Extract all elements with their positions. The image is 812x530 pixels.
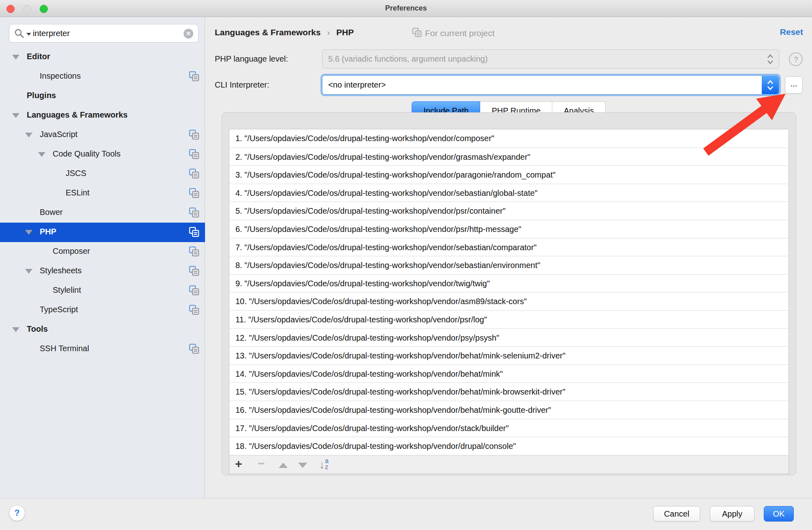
- apply-button[interactable]: Apply: [710, 506, 754, 521]
- include-path-row[interactable]: 8. "/Users/opdavies/Code/os/drupal-testi…: [229, 256, 788, 274]
- include-path-row[interactable]: 18. "/Users/opdavies/Code/os/drupal-test…: [229, 437, 788, 455]
- sidebar-tree-item[interactable]: Stylesheets: [0, 262, 205, 281]
- cancel-button[interactable]: Cancel: [653, 506, 700, 521]
- project-override-icon: [189, 343, 199, 354]
- sidebar-tree-item[interactable]: Code Quality Tools: [0, 145, 205, 164]
- sidebar-tree-item[interactable]: Stylelint: [0, 281, 205, 300]
- project-override-icon: [189, 168, 199, 179]
- tree-item-label: Languages & Frameworks: [27, 110, 128, 120]
- include-path-row[interactable]: 15. "/Users/opdavies/Code/os/drupal-test…: [229, 382, 788, 401]
- cli-interpreter-label: CLI Interpreter:: [215, 80, 269, 90]
- browse-interpreters-button[interactable]: ...: [785, 76, 803, 94]
- include-path-row[interactable]: 3. "/Users/opdavies/Code/os/drupal-testi…: [229, 165, 788, 184]
- sidebar-tree-item[interactable]: Tools: [0, 320, 205, 339]
- include-path-row[interactable]: 17. "/Users/opdavies/Code/os/drupal-test…: [229, 419, 788, 437]
- expander-triangle-icon[interactable]: [38, 152, 45, 157]
- include-path-row[interactable]: 11. "/Users/opdavies/Code/os/drupal-test…: [229, 310, 788, 328]
- expander-triangle-icon[interactable]: [25, 230, 32, 235]
- tree-item-label: SSH Terminal: [40, 344, 89, 353]
- breadcrumb: Languages & Frameworks › PHP: [215, 28, 354, 37]
- project-override-icon: [189, 129, 199, 140]
- project-override-icon: [189, 285, 199, 296]
- language-level-combobox[interactable]: 5.6 (variadic functions, argument unpack…: [322, 49, 779, 69]
- tree-item-label: Inspections: [40, 71, 81, 81]
- project-override-icon: [189, 227, 199, 237]
- project-override-icon: [189, 266, 199, 276]
- expander-triangle-icon[interactable]: [12, 327, 19, 332]
- add-path-button[interactable]: +: [235, 455, 242, 474]
- clear-search-icon[interactable]: ✕: [184, 29, 193, 39]
- breadcrumb-parent: Languages & Frameworks: [215, 28, 321, 37]
- tree-item-label: Stylelint: [53, 285, 81, 295]
- tree-item-label: Bower: [40, 208, 63, 217]
- sidebar-tree-item[interactable]: Languages & Frameworks: [0, 106, 205, 125]
- sidebar-tree-item[interactable]: ESLint: [0, 184, 205, 203]
- include-path-row[interactable]: 4. "/Users/opdavies/Code/os/drupal-testi…: [229, 184, 788, 202]
- settings-search-field[interactable]: ✕: [9, 24, 199, 43]
- sidebar-tree-item[interactable]: JavaScript: [0, 125, 205, 145]
- scope-indicator: For current project: [412, 26, 495, 38]
- sidebar-tree-item[interactable]: Inspections: [0, 67, 205, 86]
- project-override-icon: [189, 246, 199, 257]
- remove-path-button[interactable]: −: [258, 455, 265, 474]
- ok-button[interactable]: OK: [764, 506, 794, 521]
- preferences-window: Preferences ✕ Editor Inspections: [0, 0, 812, 530]
- move-down-button[interactable]: [298, 463, 307, 468]
- include-path-row[interactable]: 16. "/Users/opdavies/Code/os/drupal-test…: [229, 401, 788, 419]
- help-button[interactable]: ?: [9, 505, 25, 521]
- include-path-row[interactable]: 13. "/Users/opdavies/Code/os/drupal-test…: [229, 346, 788, 365]
- project-override-icon: [189, 149, 199, 159]
- breadcrumb-separator: ›: [323, 28, 334, 37]
- sidebar-tree-item[interactable]: TypeScript: [0, 300, 205, 320]
- expander-triangle-icon[interactable]: [12, 113, 19, 118]
- reset-link[interactable]: Reset: [780, 27, 803, 37]
- sidebar-tree-item[interactable]: SSH Terminal: [0, 339, 205, 359]
- sidebar-tree-item[interactable]: Composer: [0, 242, 205, 262]
- include-path-row[interactable]: 5. "/Users/opdavies/Code/os/drupal-testi…: [229, 202, 788, 220]
- tree-item-label: TypeScript: [40, 305, 78, 314]
- include-path-panel: 1. "/Users/opdavies/Code/os/drupal-testi…: [222, 112, 796, 475]
- window-title: Preferences: [0, 4, 812, 13]
- search-input[interactable]: [33, 25, 175, 42]
- language-level-value: 5.6 (variadic functions, argument unpack…: [328, 54, 488, 63]
- settings-tree: Editor Inspections Plugins Languages & F…: [0, 47, 205, 359]
- include-path-list[interactable]: 1. "/Users/opdavies/Code/os/drupal-testi…: [229, 129, 789, 474]
- include-path-row[interactable]: 10. "/Users/opdavies/Code/os/drupal-test…: [229, 292, 788, 310]
- project-override-icon: [189, 188, 199, 198]
- include-path-row[interactable]: 12. "/Users/opdavies/Code/os/drupal-test…: [229, 328, 788, 347]
- include-path-rows: 1. "/Users/opdavies/Code/os/drupal-testi…: [229, 129, 788, 455]
- include-path-row[interactable]: 1. "/Users/opdavies/Code/os/drupal-testi…: [229, 129, 788, 148]
- include-path-row[interactable]: 9. "/Users/opdavies/Code/os/drupal-testi…: [229, 274, 788, 292]
- include-path-row[interactable]: 6. "/Users/opdavies/Code/os/drupal-testi…: [229, 220, 788, 238]
- scope-label: For current project: [425, 28, 495, 38]
- sidebar-tree-item[interactable]: Bower: [0, 203, 205, 223]
- sidebar-tree-item[interactable]: Editor: [0, 47, 205, 67]
- search-options-caret-icon[interactable]: [26, 33, 31, 36]
- settings-sidebar: ✕ Editor Inspections Plugins La: [0, 17, 205, 498]
- expander-triangle-icon[interactable]: [25, 269, 32, 274]
- tree-item-label: Editor: [27, 52, 50, 61]
- sidebar-tree-item[interactable]: JSCS: [0, 164, 205, 184]
- sidebar-tree-item[interactable]: Plugins: [0, 86, 205, 106]
- tree-item-label: Composer: [53, 247, 90, 256]
- language-level-stepper-icon: [762, 50, 779, 68]
- sidebar-tree-item[interactable]: PHP: [0, 223, 205, 242]
- expander-triangle-icon[interactable]: [12, 55, 19, 60]
- expander-triangle-icon[interactable]: [25, 133, 32, 137]
- language-level-help-icon[interactable]: ?: [789, 52, 803, 66]
- cli-interpreter-value: <no interpreter>: [328, 80, 386, 89]
- move-up-button[interactable]: [279, 463, 288, 468]
- sort-arrow-icon: ↓: [319, 459, 325, 471]
- tree-item-label: JSCS: [66, 169, 86, 178]
- cli-interpreter-combobox[interactable]: <no interpreter>: [322, 75, 779, 94]
- project-override-icon: [189, 305, 199, 315]
- project-override-icon: [412, 28, 422, 37]
- include-path-row[interactable]: 14. "/Users/opdavies/Code/os/drupal-test…: [229, 365, 788, 383]
- sort-alphabetically-button[interactable]: ↓az: [319, 458, 329, 476]
- tree-item-label: Stylesheets: [40, 266, 81, 275]
- tree-item-label: ESLint: [66, 188, 90, 197]
- list-toolbar: + − ↓az: [229, 455, 788, 474]
- include-path-row[interactable]: 7. "/Users/opdavies/Code/os/drupal-testi…: [229, 238, 788, 256]
- tree-item-label: Code Quality Tools: [53, 149, 121, 159]
- project-override-icon: [189, 207, 199, 218]
